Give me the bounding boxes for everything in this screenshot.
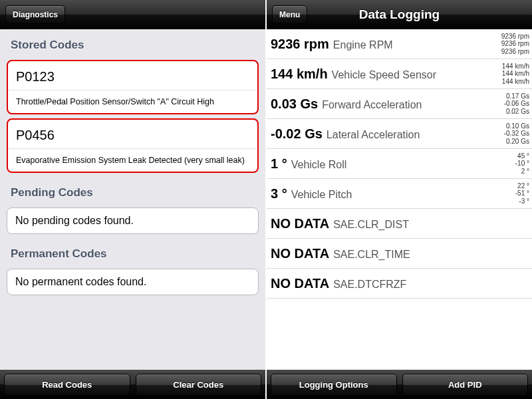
back-button[interactable]: Diagnostics bbox=[5, 5, 65, 24]
pid-row[interactable]: NO DATASAE.DTCFRZF bbox=[267, 269, 532, 299]
code-card[interactable]: P0456 Evaporative Emission System Leak D… bbox=[7, 118, 259, 173]
pid-label: SAE.DTCFRZF bbox=[333, 279, 406, 291]
pid-value: 3 ° bbox=[271, 186, 287, 201]
add-pid-button[interactable]: Add PID bbox=[402, 374, 529, 396]
pid-main: NO DATASAE.CLR_TIME bbox=[271, 246, 495, 261]
pid-history: 0.17 Gs-0.06 Gs0.02 Gs bbox=[495, 92, 529, 116]
pid-row[interactable]: NO DATASAE.CLR_DIST bbox=[267, 209, 532, 239]
read-codes-button[interactable]: Read Codes bbox=[4, 374, 130, 396]
pid-row[interactable]: 1 °Vehicle Roll45 °-10 °2 ° bbox=[267, 149, 532, 179]
dtc-code: P0123 bbox=[8, 61, 257, 90]
pid-label: SAE.CLR_TIME bbox=[333, 249, 410, 261]
data-logging-content[interactable]: 9236 rpmEngine RPM9236 rpm9236 rpm9236 r… bbox=[267, 29, 532, 370]
pid-main: 9236 rpmEngine RPM bbox=[271, 37, 495, 52]
pid-history: 22 °-51 °-3 ° bbox=[495, 182, 529, 205]
pid-main: 1 °Vehicle Roll bbox=[271, 156, 495, 172]
pid-value: NO DATA bbox=[271, 276, 329, 291]
pid-value: -0.02 Gs bbox=[271, 126, 323, 142]
toolbar: Logging Options Add PID bbox=[267, 370, 532, 399]
pid-value: NO DATA bbox=[271, 246, 329, 261]
pid-value: 9236 rpm bbox=[271, 37, 329, 52]
pending-codes-header: Pending Codes bbox=[0, 177, 265, 203]
pid-label: Engine RPM bbox=[333, 39, 393, 51]
pid-label: SAE.CLR_DIST bbox=[333, 219, 409, 231]
pid-history: 0.10 Gs-0.32 Gs0.20 Gs bbox=[495, 122, 529, 146]
pid-row[interactable]: 0.03 GsForward Acceleration0.17 Gs-0.06 … bbox=[267, 89, 532, 119]
dtc-description: Throttle/Pedal Position Sensor/Switch "A… bbox=[8, 90, 257, 113]
clear-codes-button[interactable]: Clear Codes bbox=[136, 374, 262, 396]
navbar: Menu Data Logging bbox=[267, 0, 532, 29]
dtc-code: P0456 bbox=[8, 120, 257, 148]
logging-options-button[interactable]: Logging Options bbox=[271, 374, 397, 396]
navbar: Diagnostics bbox=[0, 0, 265, 29]
pid-main: NO DATASAE.DTCFRZF bbox=[271, 276, 495, 291]
pid-row[interactable]: 9236 rpmEngine RPM9236 rpm9236 rpm9236 r… bbox=[267, 29, 532, 59]
pid-label: Vehicle Speed Sensor bbox=[332, 69, 436, 81]
pid-main: 144 km/hVehicle Speed Sensor bbox=[271, 66, 495, 82]
diagnostics-content[interactable]: Stored Codes P0123 Throttle/Pedal Positi… bbox=[0, 29, 265, 370]
pid-main: -0.02 GsLateral Acceleration bbox=[271, 126, 495, 142]
pid-row[interactable]: -0.02 GsLateral Acceleration0.10 Gs-0.32… bbox=[267, 119, 532, 149]
pid-row[interactable]: 3 °Vehicle Pitch22 °-51 °-3 ° bbox=[267, 179, 532, 209]
pid-main: NO DATASAE.CLR_DIST bbox=[271, 216, 495, 231]
toolbar: Read Codes Clear Codes bbox=[0, 370, 265, 399]
data-logging-screen: Menu Data Logging 9236 rpmEngine RPM9236… bbox=[267, 0, 532, 399]
code-card[interactable]: No permanent codes found. bbox=[7, 269, 259, 295]
pid-label: Vehicle Roll bbox=[291, 159, 347, 171]
code-card[interactable]: No pending codes found. bbox=[7, 207, 259, 234]
stored-codes-header: Stored Codes bbox=[0, 29, 265, 56]
code-card[interactable]: P0123 Throttle/Pedal Position Sensor/Swi… bbox=[7, 60, 259, 114]
pid-label: Forward Acceleration bbox=[322, 99, 422, 111]
pid-value: 1 ° bbox=[271, 156, 287, 172]
permanent-codes-header: Permanent Codes bbox=[0, 238, 265, 265]
pid-row[interactable]: NO DATASAE.CLR_TIME bbox=[267, 239, 532, 269]
pid-value: 0.03 Gs bbox=[271, 96, 318, 112]
pid-history: 9236 rpm9236 rpm9236 rpm bbox=[495, 33, 529, 56]
pid-history: 45 °-10 °2 ° bbox=[495, 152, 529, 176]
pid-main: 3 °Vehicle Pitch bbox=[271, 186, 495, 201]
pid-value: 144 km/h bbox=[271, 66, 328, 82]
pid-history: 144 km/h144 km/h144 km/h bbox=[495, 63, 529, 86]
pid-label: Vehicle Pitch bbox=[291, 189, 352, 201]
empty-message: No pending codes found. bbox=[7, 208, 258, 233]
menu-button[interactable]: Menu bbox=[272, 5, 307, 24]
pid-main: 0.03 GsForward Acceleration bbox=[271, 96, 495, 112]
pid-label: Lateral Acceleration bbox=[327, 129, 420, 141]
pid-value: NO DATA bbox=[271, 216, 329, 231]
dtc-description: Evaporative Emission System Leak Detecte… bbox=[8, 148, 257, 172]
pid-row[interactable]: 144 km/hVehicle Speed Sensor144 km/h144 … bbox=[267, 59, 532, 89]
diagnostics-screen: Diagnostics Stored Codes P0123 Throttle/… bbox=[0, 0, 265, 399]
empty-message: No permanent codes found. bbox=[7, 269, 258, 295]
